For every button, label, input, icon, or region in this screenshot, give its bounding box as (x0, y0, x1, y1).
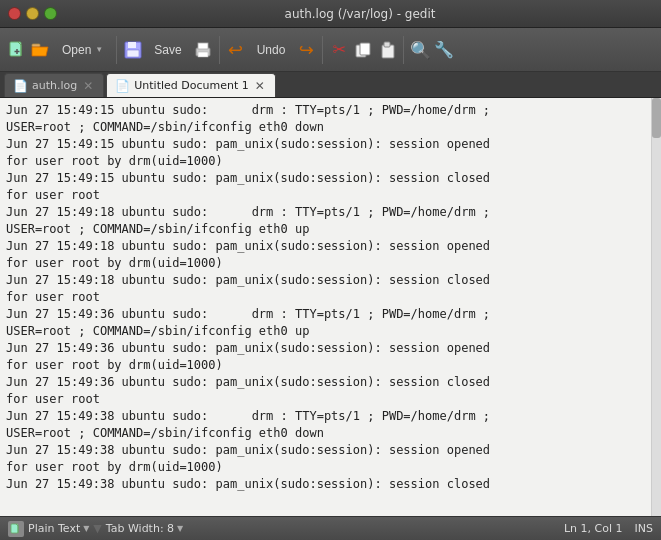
save-file-button[interactable] (122, 39, 144, 61)
svg-rect-13 (384, 42, 390, 47)
redo-button[interactable]: ↪ (295, 39, 317, 61)
new-file-button[interactable] (6, 39, 28, 61)
vertical-scrollbar[interactable] (651, 98, 661, 516)
svg-rect-11 (360, 43, 370, 55)
toolbar-separator-4 (403, 36, 404, 64)
tab-width-label: Tab Width: 8 (106, 522, 174, 535)
toolbar-separator-3 (322, 36, 323, 64)
tab-auth-log[interactable]: 📄 auth.log ✕ (4, 73, 104, 97)
scrollbar-thumb[interactable] (652, 98, 661, 138)
window-controls[interactable] (8, 7, 57, 20)
svg-rect-5 (128, 42, 136, 48)
cut-button[interactable]: ✂ (328, 39, 350, 61)
undo-button[interactable]: ↩ (225, 39, 247, 61)
svg-rect-8 (198, 43, 208, 49)
file-type-dropdown[interactable]: Plain Text ▼ (28, 522, 89, 535)
cursor-position: Ln 1, Col 1 (564, 522, 623, 535)
tab-untitled-label: Untitled Document 1 (134, 79, 249, 92)
open-file-button[interactable] (30, 39, 52, 61)
status-bar: Plain Text ▼ ▼ Tab Width: 8 ▼ Ln 1, Col … (0, 516, 661, 540)
edit-mode: INS (635, 522, 653, 535)
tab-width-dropdown[interactable]: Tab Width: 8 ▼ (106, 522, 183, 535)
maximize-button[interactable] (44, 7, 57, 20)
tab-untitled[interactable]: 📄 Untitled Document 1 ✕ (106, 73, 276, 97)
svg-rect-9 (198, 52, 208, 57)
tab-untitled-close[interactable]: ✕ (253, 79, 267, 93)
svg-rect-6 (127, 50, 139, 57)
print-button[interactable] (192, 39, 214, 61)
open-label: Open (62, 43, 91, 57)
undo-label: Undo (257, 43, 286, 57)
status-left: Plain Text ▼ ▼ Tab Width: 8 ▼ (8, 521, 183, 537)
search-button[interactable]: 🔍 (409, 39, 431, 61)
editor-area: Jun 27 15:49:15 ubuntu sudo: drm : TTY=p… (0, 98, 661, 516)
file-type-arrow-icon: ▼ (83, 524, 89, 533)
tab-width-arrow-icon: ▼ (177, 524, 183, 533)
save-button[interactable]: Save (146, 33, 189, 67)
toolbar-separator-1 (116, 36, 117, 64)
status-right: Ln 1, Col 1 INS (564, 522, 653, 535)
tab-auth-log-icon: 📄 (13, 79, 28, 93)
toolbar: Open ▼ Save ↩ Undo ↪ ✂ (0, 28, 661, 72)
copy-button[interactable] (352, 39, 374, 61)
undo-label-button[interactable]: Undo (249, 33, 294, 67)
tab-untitled-icon: 📄 (115, 79, 130, 93)
svg-rect-3 (32, 44, 40, 47)
file-type-label: Plain Text (28, 522, 80, 535)
tools-button[interactable]: 🔧 (433, 39, 455, 61)
minimize-button[interactable] (26, 7, 39, 20)
editor-content[interactable]: Jun 27 15:49:15 ubuntu sudo: drm : TTY=p… (0, 98, 651, 516)
tab-auth-log-label: auth.log (32, 79, 77, 92)
tabs-bar: 📄 auth.log ✕ 📄 Untitled Document 1 ✕ (0, 72, 661, 98)
save-label: Save (154, 43, 181, 57)
tab-auth-log-close[interactable]: ✕ (81, 79, 95, 93)
paste-button[interactable] (376, 39, 398, 61)
open-dropdown-button[interactable]: Open ▼ (54, 33, 111, 67)
status-file-icon (8, 521, 24, 537)
window-title: auth.log (/var/log) - gedit (67, 7, 653, 21)
toolbar-separator-2 (219, 36, 220, 64)
status-separator-1: ▼ (93, 522, 101, 535)
svg-rect-0 (10, 42, 21, 56)
close-button[interactable] (8, 7, 21, 20)
title-bar: auth.log (/var/log) - gedit (0, 0, 661, 28)
open-arrow-icon: ▼ (95, 45, 103, 54)
